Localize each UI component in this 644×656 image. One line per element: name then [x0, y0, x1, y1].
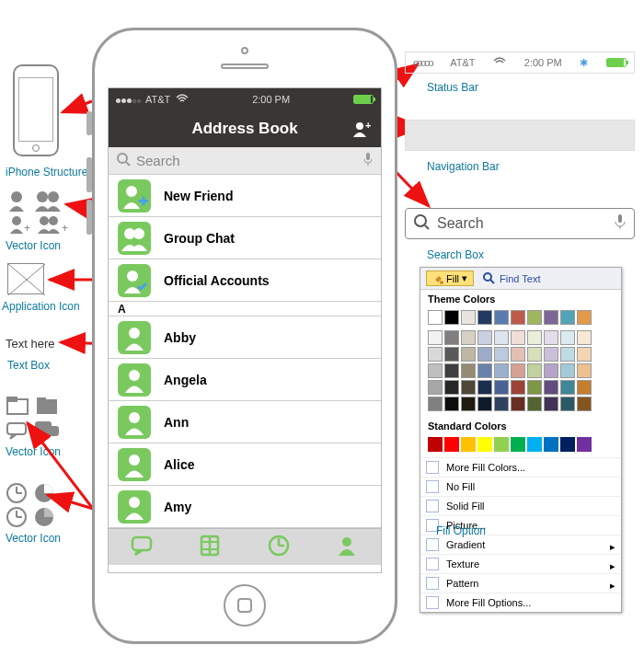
color-swatch[interactable]	[428, 310, 443, 325]
color-swatch[interactable]	[461, 347, 476, 362]
color-swatch[interactable]	[544, 380, 558, 395]
color-swatch[interactable]	[544, 363, 558, 378]
add-contact-icon[interactable]: +	[351, 120, 372, 143]
color-swatch[interactable]	[511, 380, 525, 395]
fill-menu-item[interactable]: More Fill Colors...	[420, 457, 621, 477]
color-swatch[interactable]	[444, 437, 459, 452]
color-swatch[interactable]	[428, 330, 443, 345]
color-swatch[interactable]	[444, 310, 459, 325]
list-item[interactable]: New Friend	[109, 175, 381, 217]
color-swatch[interactable]	[527, 437, 542, 452]
color-swatch[interactable]	[544, 347, 558, 362]
color-swatch[interactable]	[428, 380, 443, 395]
color-swatch[interactable]	[560, 363, 575, 378]
fill-menu-item[interactable]: No Fill	[420, 477, 621, 496]
list-item-label: New Friend	[164, 189, 233, 203]
color-swatch[interactable]	[560, 397, 575, 411]
contact-row[interactable]: Angela	[109, 359, 381, 401]
contact-row[interactable]: Alice	[109, 443, 381, 486]
fill-menu-item[interactable]: Solid Fill	[420, 496, 621, 515]
contact-row[interactable]: Amy	[109, 486, 381, 528]
color-swatch[interactable]	[477, 437, 492, 452]
color-swatch[interactable]	[477, 310, 492, 325]
color-swatch[interactable]	[544, 310, 558, 325]
menu-item-label: Gradient	[446, 539, 485, 550]
home-button[interactable]	[224, 584, 266, 627]
color-swatch[interactable]	[511, 437, 525, 452]
color-swatch[interactable]	[461, 363, 476, 378]
tab-chat-icon[interactable]	[130, 533, 155, 561]
color-swatch[interactable]	[577, 347, 592, 362]
contact-row[interactable]: Ann	[109, 401, 381, 443]
color-swatch[interactable]	[544, 397, 558, 411]
color-swatch[interactable]	[511, 363, 525, 378]
color-swatch[interactable]	[477, 347, 492, 362]
color-swatch[interactable]	[461, 397, 476, 411]
contact-row[interactable]: Abby	[109, 316, 381, 359]
color-swatch[interactable]	[494, 347, 509, 362]
color-swatch[interactable]	[477, 363, 492, 378]
tab-me-icon[interactable]	[334, 533, 360, 561]
color-swatch[interactable]	[494, 397, 509, 411]
color-swatch[interactable]	[428, 363, 443, 378]
color-swatch[interactable]	[511, 310, 525, 325]
tab-contacts-icon[interactable]	[198, 533, 224, 561]
color-swatch[interactable]	[428, 437, 443, 452]
color-swatch[interactable]	[461, 330, 476, 345]
color-swatch[interactable]	[560, 437, 575, 452]
color-swatch[interactable]	[577, 310, 592, 325]
color-swatch[interactable]	[527, 363, 542, 378]
color-swatch[interactable]	[461, 437, 476, 452]
color-swatch[interactable]	[444, 380, 459, 395]
fill-button[interactable]: Fill ▾	[426, 270, 474, 286]
color-swatch[interactable]	[527, 310, 542, 325]
fill-menu-item[interactable]: Gradient ▸	[420, 535, 621, 554]
tab-discover-icon[interactable]	[266, 533, 292, 561]
list-item[interactable]: Group Chat	[109, 217, 381, 259]
fill-color-menu[interactable]: Fill ▾ Find Text Theme Colors Standard C…	[420, 267, 622, 613]
color-swatch[interactable]	[477, 397, 492, 411]
color-swatch[interactable]	[511, 347, 525, 362]
list-item[interactable]: Official Accounts	[109, 259, 381, 302]
color-swatch[interactable]	[527, 380, 542, 395]
color-swatch[interactable]	[428, 397, 443, 411]
color-swatch[interactable]	[527, 347, 542, 362]
color-swatch[interactable]	[444, 347, 459, 362]
color-swatch[interactable]	[577, 330, 592, 345]
color-swatch[interactable]	[527, 330, 542, 345]
fill-menu-item[interactable]: More Fill Options...	[420, 593, 621, 612]
callout-search-box[interactable]: Search	[405, 208, 635, 239]
search-box[interactable]: Search	[109, 147, 381, 175]
color-swatch[interactable]	[477, 330, 492, 345]
color-swatch[interactable]	[527, 397, 542, 411]
fill-menu-item[interactable]: Pattern ▸	[420, 573, 621, 593]
color-swatch[interactable]	[494, 330, 509, 345]
color-swatch[interactable]	[544, 437, 558, 452]
color-swatch[interactable]	[494, 363, 509, 378]
fill-menu-item[interactable]: Texture ▸	[420, 554, 621, 573]
color-swatch[interactable]	[511, 397, 525, 411]
color-swatch[interactable]	[577, 397, 592, 411]
find-text-button[interactable]: Find Text	[483, 272, 540, 285]
color-swatch[interactable]	[461, 310, 476, 325]
color-swatch[interactable]	[461, 380, 476, 395]
color-swatch[interactable]	[494, 437, 509, 452]
color-swatch[interactable]	[477, 380, 492, 395]
color-swatch[interactable]	[560, 347, 575, 362]
color-swatch[interactable]	[511, 330, 525, 345]
color-swatch[interactable]	[444, 397, 459, 411]
color-swatch[interactable]	[444, 363, 459, 378]
color-swatch[interactable]	[577, 437, 592, 452]
color-swatch[interactable]	[560, 330, 575, 345]
mic-icon[interactable]	[362, 152, 374, 169]
color-swatch[interactable]	[544, 330, 558, 345]
color-swatch[interactable]	[444, 330, 459, 345]
mic-icon[interactable]	[614, 213, 627, 234]
color-swatch[interactable]	[494, 380, 509, 395]
color-swatch[interactable]	[577, 363, 592, 378]
color-swatch[interactable]	[577, 380, 592, 395]
color-swatch[interactable]	[560, 310, 575, 325]
color-swatch[interactable]	[560, 380, 575, 395]
color-swatch[interactable]	[494, 310, 509, 325]
color-swatch[interactable]	[428, 347, 443, 362]
